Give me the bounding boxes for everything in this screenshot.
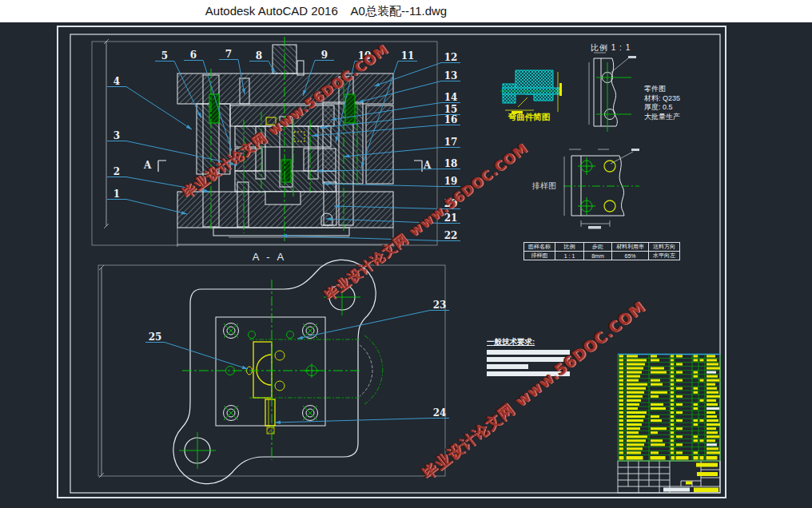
leader-22 bbox=[281, 236, 460, 241]
part-views bbox=[563, 53, 639, 229]
leader-8 bbox=[249, 62, 275, 74]
window-titlebar: Autodesk AutoCAD 2016 A0总装配--11.dwg bbox=[0, 0, 812, 22]
cad-canvas[interactable]: A - A A A 比例 1 : 1 弯曲件简图 排样图 零件图材料: Q235… bbox=[0, 22, 812, 508]
bom-table bbox=[618, 355, 720, 462]
leader-arrow-25 bbox=[242, 366, 248, 369]
leader-25 bbox=[145, 343, 248, 370]
plan-view bbox=[98, 260, 445, 483]
bend-detail-view bbox=[500, 70, 564, 113]
main-assembly-view bbox=[92, 37, 437, 247]
leader-arrow-24 bbox=[275, 421, 281, 424]
window-title: Autodesk AutoCAD 2016 A0总装配--11.dwg bbox=[205, 4, 447, 19]
leader-1 bbox=[107, 200, 187, 215]
title-block bbox=[618, 461, 720, 493]
leader-arrow-4 bbox=[186, 125, 192, 129]
leader-24 bbox=[275, 419, 449, 423]
drawing-scene bbox=[0, 22, 812, 508]
leader-2 bbox=[107, 177, 209, 192]
leader-arrow-23 bbox=[297, 335, 303, 339]
leader-23 bbox=[297, 311, 449, 339]
